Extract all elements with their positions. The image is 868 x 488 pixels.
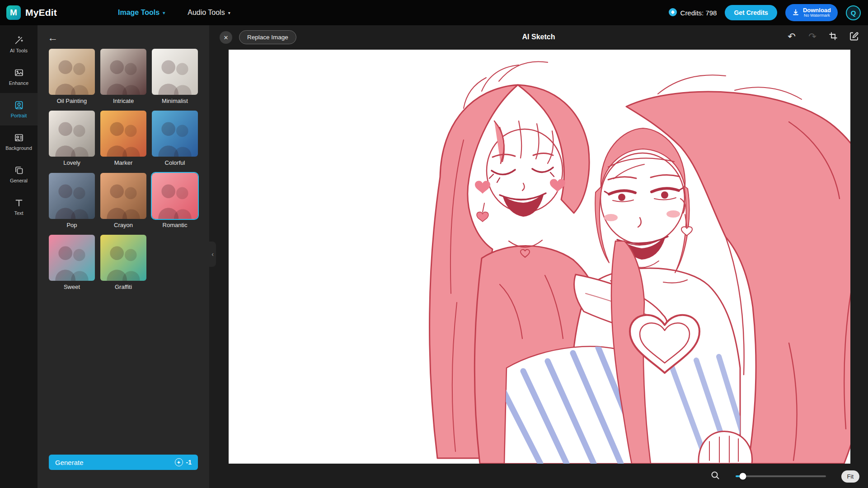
close-button[interactable]: ✕ [220, 31, 232, 44]
sparkle-icon: ✦ [175, 458, 183, 466]
style-option-graffiti[interactable]: Graffiti [100, 235, 146, 290]
fit-button[interactable]: Fit [841, 470, 859, 483]
style-label: Crayon [100, 222, 146, 228]
sidebar-item-label: General [10, 178, 28, 183]
tools-sidebar: AI ToolsEnhancePortraitBackgroundGeneral… [0, 25, 38, 488]
wand-icon [14, 35, 24, 45]
zoom-slider-knob[interactable] [739, 473, 746, 480]
style-thumbnail [100, 235, 146, 281]
style-option-romantic[interactable]: Romantic [152, 173, 198, 228]
back-button[interactable]: ← [47, 33, 58, 43]
style-thumbnail [49, 235, 95, 281]
myedit-logo-icon: M [6, 5, 21, 20]
nav-image-tools[interactable]: Image Tools ▾ [118, 9, 165, 17]
text-icon [14, 198, 24, 208]
user-avatar[interactable]: Q [846, 5, 861, 20]
enhance-icon [14, 68, 24, 78]
brand-name: MyEdit [25, 7, 57, 18]
redo-button[interactable]: ↷ [807, 30, 818, 42]
style-thumbnail [152, 111, 198, 157]
get-credits-button[interactable]: Get Credits [725, 5, 777, 20]
generate-cost-value: -1 [186, 459, 192, 466]
crop-button[interactable] [827, 30, 839, 42]
style-option-lovely[interactable]: Lovely [49, 111, 95, 166]
generate-label: Generate [55, 459, 84, 466]
style-label: Romantic [152, 222, 198, 228]
background-icon [14, 133, 24, 143]
sidebar-item-text[interactable]: Text [0, 191, 38, 223]
sidebar-item-ai-tools[interactable]: AI Tools [0, 28, 38, 60]
chevron-down-icon: ▾ [163, 10, 165, 15]
sidebar-item-general[interactable]: General [0, 158, 38, 191]
replace-image-button[interactable]: Replace Image [239, 30, 296, 44]
credits-label: Credits: 798 [680, 9, 717, 17]
canvas-header-icons: ↶ ↷ [786, 30, 860, 42]
undo-button[interactable]: ↶ [786, 30, 798, 42]
download-button[interactable]: Download No Watermark [785, 4, 838, 21]
canvas-title: AI Sketch [209, 33, 868, 41]
portrait-icon [14, 100, 24, 110]
generate-cost: ✦ -1 [175, 458, 192, 466]
sidebar-item-background[interactable]: Background [0, 125, 38, 158]
style-thumbnail [100, 111, 146, 157]
style-thumbnail [49, 173, 95, 219]
brand[interactable]: M MyEdit [0, 5, 57, 20]
style-thumbnail [152, 49, 198, 95]
style-thumbnail [100, 49, 146, 95]
sidebar-item-portrait[interactable]: Portrait [0, 93, 38, 125]
myedit-app: M MyEdit Image Tools ▾ Audio Tools ▾ Cre… [0, 0, 868, 488]
zoom-controls: Fit [710, 469, 859, 483]
style-option-colorful[interactable]: Colorful [152, 111, 198, 166]
download-text: Download No Watermark [803, 7, 831, 18]
nav-audio-tools[interactable]: Audio Tools ▾ [188, 9, 230, 17]
general-icon [14, 165, 24, 175]
style-label: Oil Painting [49, 98, 95, 104]
style-thumbnail [49, 49, 95, 95]
style-thumbnail [100, 173, 146, 219]
chevron-down-icon: ▾ [228, 10, 230, 15]
style-grid: Oil PaintingIntricateMinimalistLovelyMar… [49, 49, 198, 290]
style-label: Intricate [100, 98, 146, 104]
top-navigation: Image Tools ▾ Audio Tools ▾ [118, 0, 230, 25]
sidebar-item-label: Enhance [9, 80, 28, 86]
zoom-slider[interactable] [736, 475, 826, 477]
ai-sketch-illustration [229, 50, 850, 464]
portrait-styles-panel: ← Oil PaintingIntricateMinimalistLovelyM… [38, 25, 209, 488]
style-label: Colorful [152, 160, 198, 166]
style-label: Lovely [49, 160, 95, 166]
style-label: Sweet [49, 284, 95, 290]
download-icon [792, 9, 799, 17]
collapse-panel-handle[interactable]: ‹ [209, 242, 216, 267]
sidebar-item-label: Background [5, 145, 32, 151]
style-label: Minimalist [152, 98, 198, 104]
style-option-minimalist[interactable]: Minimalist [152, 49, 198, 104]
download-sublabel: No Watermark [804, 14, 830, 18]
style-label: Marker [100, 160, 146, 166]
style-option-sweet[interactable]: Sweet [49, 235, 95, 290]
style-thumbnail [152, 173, 198, 219]
nav-audio-tools-label: Audio Tools [188, 9, 225, 17]
style-option-marker[interactable]: Marker [100, 111, 146, 166]
style-thumbnail [49, 111, 95, 157]
style-option-pop[interactable]: Pop [49, 173, 95, 228]
sidebar-item-enhance[interactable]: Enhance [0, 60, 38, 93]
credits-gem-icon [669, 8, 677, 18]
image-canvas[interactable] [229, 50, 850, 464]
nav-image-tools-label: Image Tools [118, 9, 160, 17]
style-label: Graffiti [100, 284, 146, 290]
sketch-tool-button[interactable] [848, 30, 860, 42]
sidebar-item-label: Portrait [11, 113, 27, 118]
style-label: Pop [49, 222, 95, 228]
topbar-right: Credits: 798 Get Credits Download No Wat… [669, 4, 868, 21]
generate-button[interactable]: Generate ✦ -1 [49, 455, 198, 470]
style-option-oil-painting[interactable]: Oil Painting [49, 49, 95, 104]
editor-workspace: ✕ Replace Image AI Sketch ↶ ↷ [209, 25, 868, 488]
topbar: M MyEdit Image Tools ▾ Audio Tools ▾ Cre… [0, 0, 868, 25]
zoom-search-icon[interactable] [710, 470, 720, 482]
style-option-intricate[interactable]: Intricate [100, 49, 146, 104]
sidebar-item-label: AI Tools [10, 48, 28, 53]
credits-display[interactable]: Credits: 798 [669, 8, 717, 18]
download-label: Download [803, 7, 831, 14]
style-option-crayon[interactable]: Crayon [100, 173, 146, 228]
sidebar-item-label: Text [14, 210, 23, 216]
